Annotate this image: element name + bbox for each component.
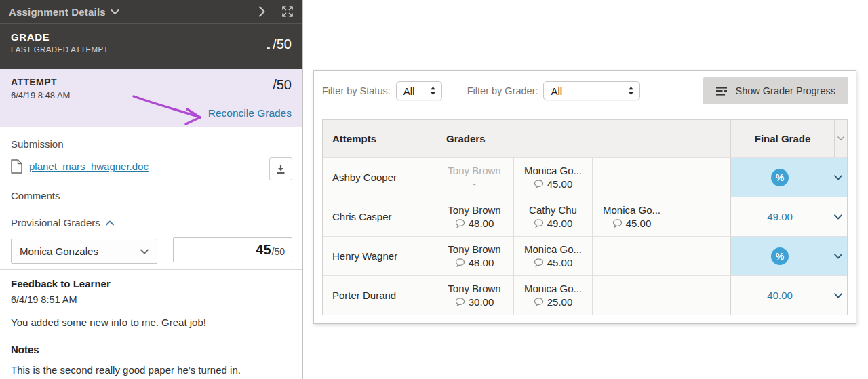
- chevron-down-icon: [140, 249, 149, 254]
- grader-score: 49.00: [547, 218, 573, 229]
- comment-bubble-icon: [612, 219, 623, 228]
- table-row: Chris Casper Tony Brown 48.00 Cathy Chu …: [323, 197, 847, 236]
- comment-bubble-icon: [534, 219, 544, 228]
- table-row: Ashby Cooper Tony Brown - Monica Go... 4…: [323, 157, 847, 197]
- select-stepper-icon: [430, 86, 436, 96]
- download-button[interactable]: [269, 157, 292, 180]
- grader-name: Monica Go...: [524, 165, 582, 176]
- filter-grader-label: Filter by Grader:: [467, 85, 538, 96]
- grader-score: 45.00: [547, 257, 573, 268]
- filter-grader-select[interactable]: All: [543, 81, 640, 100]
- grade-label: GRADE: [11, 31, 108, 43]
- submission-file-link[interactable]: planet_mars_hwagner.doc: [29, 161, 149, 172]
- final-grade-cell: 49.00: [730, 197, 847, 236]
- grader-name: Monica Go...: [524, 243, 582, 255]
- grader-name: Monica Go...: [603, 204, 660, 216]
- row-expand-chevron-icon[interactable]: [829, 214, 847, 220]
- attempt-section: ATTEMPT 6/4/19 8:48 AM /50 Reconcile Gra…: [0, 69, 302, 127]
- show-grader-progress-button[interactable]: Show Grader Progress: [703, 77, 848, 104]
- comment-bubble-icon: [534, 298, 544, 306]
- grader-select[interactable]: Monica Gonzales: [11, 239, 157, 264]
- grader-score: 45.00: [547, 178, 573, 190]
- column-options-chevron-icon[interactable]: [834, 120, 847, 157]
- comment-bubble-icon: [534, 258, 544, 267]
- grading-panel: Filter by Status: All Filter by Grader: …: [313, 70, 856, 324]
- panel-header: Assignment Details: [0, 0, 302, 24]
- chevron-up-icon[interactable]: [106, 220, 114, 226]
- provisional-graders-section: Provisional Graders Monica Gonzales 45 /…: [0, 207, 302, 269]
- student-name[interactable]: Henry Wagner: [323, 237, 435, 275]
- grader-score: 25.00: [547, 296, 573, 308]
- final-grade-column-header: Final Grade: [730, 120, 834, 157]
- percent-reconcile-icon[interactable]: [771, 247, 789, 265]
- row-expand-chevron-icon[interactable]: [829, 293, 847, 298]
- comment-bubble-icon: [455, 219, 465, 228]
- document-icon: [11, 159, 22, 174]
- feedback-text: You added some new info to me. Great job…: [11, 317, 292, 328]
- chevron-down-icon[interactable]: [111, 9, 119, 15]
- feedback-section: Feedback to Learner 6/4/19 8:51 AM You a…: [0, 269, 302, 376]
- attempts-column-header: Attempts: [323, 120, 435, 157]
- comment-bubble-icon: [455, 258, 465, 267]
- student-name[interactable]: Chris Casper: [323, 197, 435, 236]
- filter-status-label: Filter by Status:: [322, 85, 391, 96]
- provisional-score-field[interactable]: 45 /50: [173, 237, 292, 262]
- collapse-panel-icon[interactable]: [258, 6, 265, 17]
- grader-cell: Monica Go... 25.00: [514, 276, 593, 315]
- grader-cell: Tony Brown 30.00: [435, 276, 514, 315]
- table-row: Porter Durand Tony Brown 30.00 Monica Go…: [323, 275, 847, 315]
- assignment-details-panel: Assignment Details: [0, 0, 303, 379]
- filter-grader-value: All: [551, 85, 562, 97]
- comment-bubble-icon: [455, 298, 465, 306]
- percent-reconcile-icon[interactable]: [771, 169, 789, 186]
- grader-cell: Tony Brown 48.00: [435, 197, 514, 236]
- grade-score: - /50: [267, 37, 292, 69]
- page: Assignment Details: [0, 0, 868, 379]
- table-row: Henry Wagner Tony Brown 48.00 Monica Go.…: [323, 236, 847, 275]
- grader-cell: Monica Go... 45.00: [514, 237, 593, 275]
- comment-bubble-icon: [534, 180, 544, 188]
- row-expand-chevron-icon[interactable]: [829, 254, 847, 259]
- feedback-label: Feedback to Learner: [11, 278, 292, 290]
- filter-bar: Filter by Status: All Filter by Grader: …: [322, 81, 640, 100]
- select-stepper-icon: [628, 86, 634, 96]
- student-name[interactable]: Ashby Cooper: [323, 158, 435, 197]
- grade-section: GRADE LAST GRADED ATTEMPT - /50: [0, 24, 302, 69]
- grader-name: Tony Brown: [448, 165, 500, 176]
- notes-label: Notes: [11, 344, 292, 355]
- grader-cell: Tony Brown 48.00: [435, 237, 514, 275]
- student-name[interactable]: Porter Durand: [323, 276, 435, 315]
- grader-name: Cathy Chu: [529, 204, 577, 216]
- grade-denominator: /50: [273, 37, 292, 52]
- grader-score: -: [473, 178, 476, 190]
- filter-status-select[interactable]: All: [396, 81, 442, 100]
- grader-cell: Cathy Chu 49.00: [514, 197, 593, 236]
- grader-name: Monica Go...: [524, 283, 582, 294]
- final-grade-cell: 40.00: [730, 276, 847, 315]
- final-grade-cell: [730, 237, 847, 275]
- feedback-date: 6/4/19 8:51 AM: [11, 294, 292, 305]
- final-grade-value[interactable]: 49.00: [767, 211, 793, 222]
- provisional-graders-label: Provisional Graders: [11, 217, 100, 228]
- submission-section: Submission planet_mars_hwagner.doc Comme…: [0, 127, 302, 207]
- grades-table: Attempts Graders Final Grade Ashby Coope…: [322, 119, 848, 315]
- grader-cell: Monica Go... 45.00: [514, 158, 593, 197]
- row-expand-chevron-icon[interactable]: [829, 175, 847, 180]
- submission-label: Submission: [11, 138, 292, 150]
- final-grade-value[interactable]: 40.00: [767, 290, 793, 301]
- graders-column-header: Graders: [435, 120, 730, 157]
- attempt-label: ATTEMPT: [11, 77, 292, 87]
- expand-fullscreen-icon[interactable]: [281, 5, 294, 18]
- filter-status-value: All: [403, 85, 415, 97]
- grade-sublabel: LAST GRADED ATTEMPT: [11, 45, 108, 54]
- grader-name: Tony Brown: [448, 204, 500, 216]
- reconcile-grades-link[interactable]: Reconcile Grades: [208, 107, 292, 119]
- panel-title[interactable]: Assignment Details: [9, 6, 106, 18]
- grader-score: 30.00: [469, 296, 494, 308]
- grade-placeholder: -: [267, 41, 270, 53]
- grader-cell: Monica Go... 45.00: [593, 197, 671, 236]
- table-header-row: Attempts Graders Final Grade: [323, 120, 847, 157]
- grader-name: Tony Brown: [448, 283, 500, 294]
- provisional-denominator: /50: [272, 246, 285, 257]
- grader-name: Tony Brown: [448, 243, 500, 255]
